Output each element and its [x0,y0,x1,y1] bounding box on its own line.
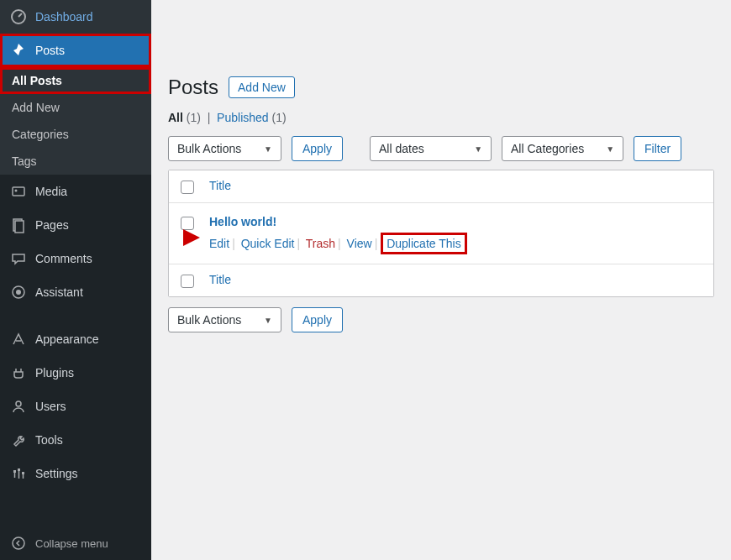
pages-icon [10,217,27,233]
sidebar-label: Posts [35,44,65,57]
dates-select[interactable]: All dates ▼ [370,136,492,161]
filter-button[interactable]: Filter [634,136,681,161]
collapse-label: Collapse menu [35,537,108,550]
sidebar-item-tools[interactable]: Tools [0,423,151,457]
sidebar-item-users[interactable]: Users [0,390,151,423]
sidebar-label: Tools [35,433,63,447]
settings-icon [10,465,27,482]
page-title: Posts [168,76,218,99]
posts-table: Title Hello world! Edit| Quick Edit| Tra… [168,170,714,297]
table-footer: Title [169,264,713,296]
select-all-checkbox-bottom[interactable] [181,275,194,288]
sidebar-item-dashboard[interactable]: Dashboard [0,0,151,34]
tablenav-bottom: Bulk Actions ▼ Apply [168,307,714,332]
svg-rect-9 [18,468,20,471]
submenu-tags[interactable]: Tags [0,148,151,175]
sidebar-item-appearance[interactable]: Appearance [0,322,151,356]
view-link[interactable]: View [347,237,372,250]
page-header: Posts Add New [168,76,714,99]
svg-point-2 [15,190,18,192]
row-actions: Edit| Quick Edit| Trash| View| Duplicate… [209,235,465,252]
svg-point-6 [16,290,21,295]
appearance-icon [10,331,27,348]
main-content: Posts Add New All (1) | Published (1) Bu… [151,0,731,560]
dashboard-icon [10,8,27,25]
submenu-all-posts[interactable]: All Posts [0,67,151,94]
bulk-actions-select-bottom[interactable]: Bulk Actions ▼ [168,307,281,332]
add-new-button[interactable]: Add New [229,76,295,98]
pin-icon [10,42,27,59]
duplicate-link[interactable]: Duplicate This [387,237,460,250]
chevron-down-icon: ▼ [264,316,272,325]
svg-rect-1 [13,187,24,196]
select-all-checkbox[interactable] [181,181,194,194]
column-title-bottom[interactable]: Title [209,273,231,286]
comments-icon [10,250,27,267]
sidebar-item-comments[interactable]: Comments [0,242,151,275]
chevron-down-icon: ▼ [264,144,272,154]
apply-button[interactable]: Apply [292,136,343,161]
chevron-down-icon: ▼ [474,144,482,154]
sidebar-label: Settings [35,467,78,480]
sidebar-label: Plugins [35,366,74,379]
edit-link[interactable]: Edit [209,237,229,250]
bulk-actions-select[interactable]: Bulk Actions ▼ [168,136,281,161]
collapse-icon [10,535,27,552]
posts-submenu: All Posts Add New Categories Tags [0,67,151,175]
sidebar-label: Comments [35,252,92,265]
sidebar-label: Users [35,400,66,413]
sidebar-label: Assistant [35,285,83,299]
column-title[interactable]: Title [209,179,231,192]
svg-point-7 [16,401,21,406]
trash-link[interactable]: Trash [306,237,335,250]
sidebar-item-pages[interactable]: Pages [0,208,151,242]
quick-edit-link[interactable]: Quick Edit [241,237,295,250]
media-icon [10,183,27,200]
apply-button-bottom[interactable]: Apply [292,307,343,332]
plugins-icon [10,364,27,381]
table-row: Hello world! Edit| Quick Edit| Trash| Vi… [169,203,713,264]
sidebar-item-posts[interactable]: Posts [0,34,151,67]
collapse-menu[interactable]: Collapse menu [0,526,151,560]
filter-published[interactable]: Published [217,111,269,124]
submenu-add-new[interactable]: Add New [0,94,151,121]
post-cell: Hello world! Edit| Quick Edit| Trash| Vi… [209,215,465,252]
svg-point-11 [13,537,24,549]
chevron-down-icon: ▼ [606,144,614,154]
categories-select[interactable]: All Categories ▼ [502,136,623,161]
tablenav-top: Bulk Actions ▼ Apply All dates ▼ All Cat… [168,136,714,161]
sidebar-item-settings[interactable]: Settings [0,457,151,490]
arrow-icon [154,225,200,250]
admin-sidebar: Dashboard Posts All Posts Add New Catego… [0,0,151,560]
svg-rect-8 [13,470,16,473]
table-header: Title [169,170,713,203]
sidebar-label: Dashboard [35,10,93,24]
submenu-categories[interactable]: Categories [0,121,151,148]
filter-all-count: (1) [187,111,201,124]
tools-icon [10,432,27,448]
sidebar-item-media[interactable]: Media [0,175,151,208]
sidebar-label: Media [35,185,67,198]
users-icon [10,398,27,415]
sidebar-item-plugins[interactable]: Plugins [0,356,151,390]
sidebar-item-assistant[interactable]: Assistant [0,275,151,309]
sidebar-label: Pages [35,218,69,232]
svg-rect-10 [22,472,24,474]
sidebar-label: Appearance [35,332,99,346]
filter-published-count: (1) [272,111,287,124]
filter-links: All (1) | Published (1) [168,111,714,124]
post-title-link[interactable]: Hello world! [209,215,465,228]
svg-rect-4 [15,221,24,233]
filter-all[interactable]: All [168,111,183,124]
assistant-icon [10,284,27,301]
